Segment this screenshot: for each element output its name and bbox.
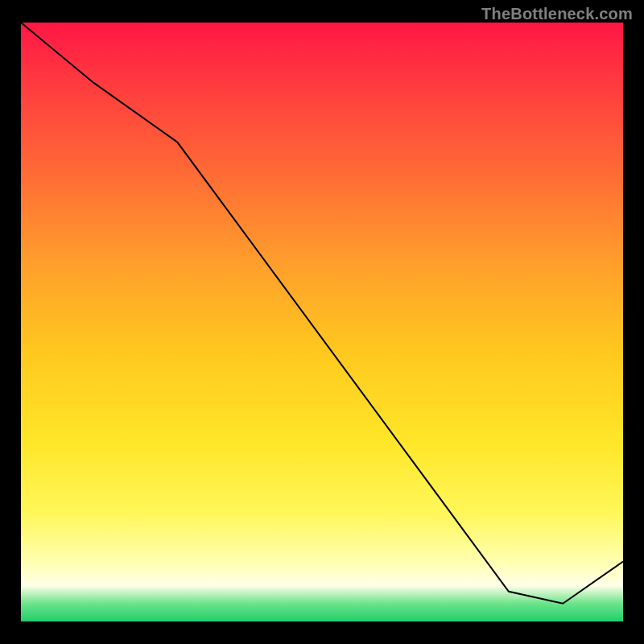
bottleneck-line (21, 23, 623, 621)
watermark-text: TheBottleneck.com (481, 5, 633, 23)
chart-frame: TheBottleneck.com (0, 0, 644, 644)
plot-area (21, 23, 623, 621)
